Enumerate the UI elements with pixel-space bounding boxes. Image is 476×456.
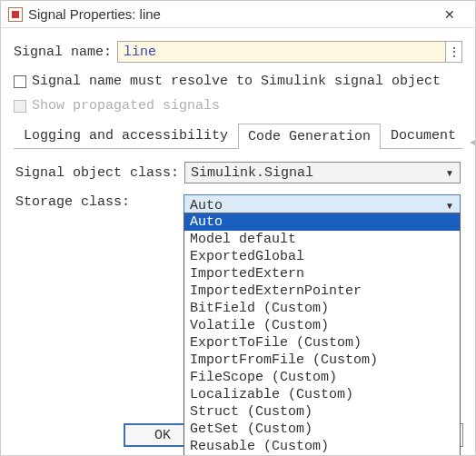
storage-class-option[interactable]: FileScope (Custom) xyxy=(184,369,460,386)
signal-object-class-select[interactable]: Simulink.Signal ▼ xyxy=(184,162,461,183)
storage-class-option[interactable]: Struct (Custom) xyxy=(184,403,460,421)
propagated-checkbox-label: Show propagated signals xyxy=(32,98,220,114)
tab-code-generation[interactable]: Code Generation xyxy=(238,124,381,149)
storage-class-option[interactable]: ImportFromFile (Custom) xyxy=(184,352,460,369)
signal-name-more-button[interactable]: ⋮ xyxy=(446,41,462,63)
chevron-down-icon: ▼ xyxy=(445,168,454,178)
signal-name-label: Signal name: xyxy=(14,45,117,60)
signal-name-input[interactable] xyxy=(117,41,446,63)
storage-class-option[interactable]: Localizable (Custom) xyxy=(184,386,460,403)
tab-logging[interactable]: Logging and accessibility xyxy=(14,123,238,148)
tab-documentation[interactable]: Document xyxy=(381,123,466,148)
app-icon xyxy=(8,7,23,22)
storage-class-option[interactable]: BitField (Custom) xyxy=(184,300,460,317)
resolve-checkbox[interactable] xyxy=(14,75,26,88)
tab-bar: Logging and accessibility Code Generatio… xyxy=(14,123,462,149)
propagated-checkbox xyxy=(14,100,26,113)
storage-class-option[interactable]: Volatile (Custom) xyxy=(184,317,460,334)
storage-class-option[interactable]: Model default xyxy=(184,231,460,248)
storage-class-option[interactable]: ImportedExternPointer xyxy=(184,283,460,300)
resolve-checkbox-label: Signal name must resolve to Simulink sig… xyxy=(32,74,441,89)
chevron-down-icon: ▼ xyxy=(445,201,454,211)
storage-class-label: Storage class: xyxy=(15,194,183,210)
storage-class-dropdown[interactable]: AutoModel defaultExportedGlobalImportedE… xyxy=(183,213,461,456)
storage-class-option[interactable]: Auto xyxy=(184,213,460,231)
storage-class-option[interactable]: ExportedGlobal xyxy=(184,248,460,265)
storage-class-option[interactable]: ImportedExtern xyxy=(184,265,460,283)
storage-class-value: Auto xyxy=(190,198,223,213)
window-title: Signal Properties: line xyxy=(28,6,161,22)
storage-class-option[interactable]: ExportToFile (Custom) xyxy=(184,334,460,352)
signal-object-class-value: Simulink.Signal xyxy=(191,165,313,181)
storage-class-option[interactable]: GetSet (Custom) xyxy=(184,421,460,438)
signal-object-class-label: Signal object class: xyxy=(15,165,184,181)
storage-class-option[interactable]: Reusable (Custom) xyxy=(184,438,460,455)
close-button[interactable]: ✕ xyxy=(431,4,468,25)
tab-scroll-left-icon[interactable]: ◀ xyxy=(466,135,476,148)
